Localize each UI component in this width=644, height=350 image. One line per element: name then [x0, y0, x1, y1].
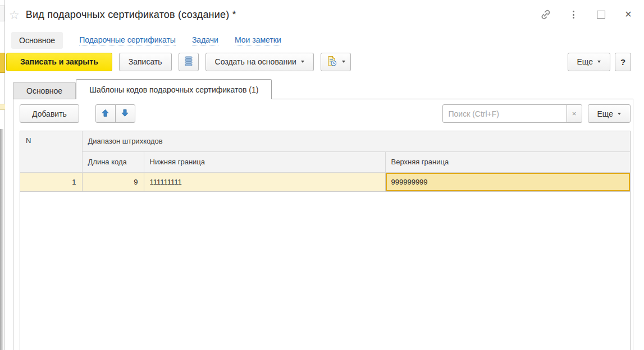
- clear-search-button[interactable]: ×: [567, 104, 582, 123]
- background-button-fragment: [0, 6, 5, 21]
- save-button[interactable]: Записать: [119, 53, 172, 71]
- favorite-star-icon[interactable]: ☆: [9, 9, 20, 21]
- command-bar: Записать и закрыть Записать Создать на о…: [6, 52, 631, 71]
- column-header-rownum: N: [20, 131, 82, 172]
- dropdown-caret-icon: [597, 61, 601, 63]
- dropdown-caret-icon: [301, 61, 304, 63]
- tab-page-panel: Добавить: [13, 99, 633, 350]
- cell-upper-bound-selected[interactable]: 999999999: [385, 172, 630, 191]
- templates-table-area: N Диапазон штрихкодов Длина кода Нижняя …: [20, 131, 631, 350]
- tab-code-templates[interactable]: Шаблоны кодов подарочных сертификатов (1…: [76, 79, 272, 99]
- column-group-header-barcode-range: Диапазон штрихкодов: [82, 131, 630, 151]
- table-header-row-group: N Диапазон штрихкодов: [20, 131, 630, 151]
- command-bar-right: Еще ?: [568, 53, 632, 71]
- nav-item-gift-certificates[interactable]: Подарочные сертификаты: [79, 35, 176, 45]
- list-more-button[interactable]: Еще: [588, 104, 631, 123]
- cell-row-number[interactable]: 1: [20, 172, 82, 191]
- add-row-button[interactable]: Добавить: [20, 104, 79, 123]
- get-link-icon[interactable]: [540, 8, 552, 21]
- background-yellow-button-fragment: [0, 53, 5, 73]
- background-gradient-edge: [0, 129, 3, 350]
- search-area: × Еще: [442, 104, 631, 123]
- window-title: Вид подарочных сертификатов (создание) *: [26, 9, 236, 21]
- register-stack-icon: [184, 56, 193, 68]
- create-based-on-button[interactable]: Создать на основании: [205, 53, 314, 71]
- gift-certificate-type-window: ☆ Вид подарочных сертификатов (создание)…: [0, 0, 644, 350]
- templates-table: N Диапазон штрихкодов Длина кода Нижняя …: [20, 131, 630, 192]
- navigation-bar: Основное Подарочные сертификаты Задачи М…: [11, 31, 644, 49]
- menu-kebab-icon[interactable]: [567, 8, 579, 21]
- column-header-lower-bound: Нижняя граница: [144, 151, 385, 172]
- arrow-up-icon: [101, 109, 109, 119]
- window-controls: ✕: [540, 8, 644, 21]
- table-row: 1 9 111111111 999999999: [20, 172, 630, 191]
- search-input[interactable]: [442, 104, 567, 123]
- column-header-upper-bound: Верхняя граница: [385, 151, 630, 172]
- move-down-button[interactable]: [115, 104, 135, 123]
- dropdown-caret-icon: [342, 61, 345, 63]
- column-header-code-length: Длина кода: [82, 151, 144, 172]
- scheduled-document-button[interactable]: [321, 53, 351, 71]
- maximize-icon[interactable]: [595, 8, 607, 21]
- background-pale-fragment: [0, 104, 5, 110]
- list-toolbar: Добавить: [20, 104, 631, 123]
- more-label: Еще: [577, 57, 593, 66]
- more-button[interactable]: Еще: [568, 53, 611, 71]
- cell-lower-bound[interactable]: 111111111: [144, 172, 385, 191]
- table-header-row-columns: Длина кода Нижняя граница Верхняя границ…: [20, 151, 630, 172]
- save-and-close-button[interactable]: Записать и закрыть: [6, 53, 112, 71]
- nav-item-tasks[interactable]: Задачи: [192, 35, 218, 45]
- move-row-buttons: [95, 104, 135, 123]
- arrow-down-icon: [121, 109, 129, 119]
- help-button[interactable]: ?: [615, 53, 631, 71]
- list-more-label: Еще: [597, 109, 614, 118]
- cell-code-length[interactable]: 9: [82, 172, 144, 191]
- close-icon[interactable]: ✕: [622, 8, 634, 21]
- create-based-on-label: Создать на основании: [215, 57, 296, 66]
- title-bar: ☆ Вид подарочных сертификатов (создание)…: [6, 0, 644, 29]
- register-records-button[interactable]: [179, 53, 199, 71]
- move-up-button[interactable]: [95, 104, 116, 123]
- tab-strip: Основное Шаблоны кодов подарочных сертиф…: [13, 80, 633, 99]
- tab-main[interactable]: Основное: [13, 82, 76, 99]
- document-clock-icon: [326, 56, 337, 68]
- nav-item-main[interactable]: Основное: [11, 32, 63, 49]
- dropdown-caret-icon: [618, 113, 621, 115]
- nav-item-my-notes[interactable]: Мои заметки: [235, 35, 281, 45]
